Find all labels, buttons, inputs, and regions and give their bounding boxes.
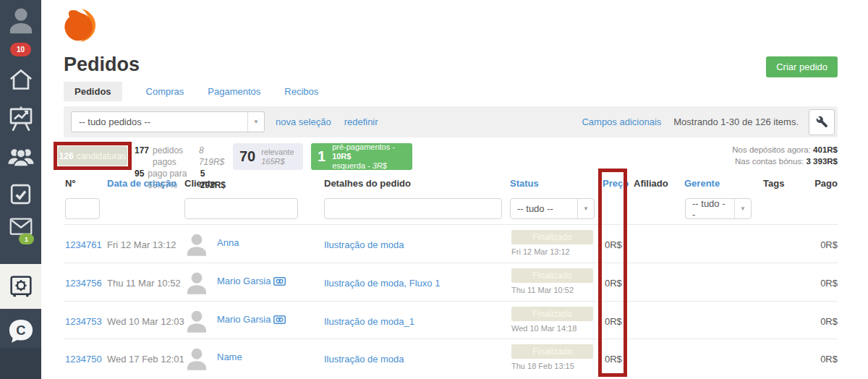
safe-vault-icon — [0, 272, 41, 301]
client-avatar — [183, 269, 210, 297]
client-name-link[interactable]: Name — [217, 352, 242, 362]
order-paid: 0R$ — [820, 278, 838, 289]
page-title: Pedidos — [64, 54, 140, 76]
filter-client-input[interactable] — [184, 198, 298, 219]
users-group-icon[interactable] — [0, 142, 41, 172]
order-price: 0R$ — [605, 278, 622, 289]
table-row: 1234756 Thu 11 Mar 10:52 Mario Garsia Il… — [64, 263, 838, 301]
client-avatar — [183, 231, 210, 258]
preset-filter-select[interactable]: -- tudo pedidos -- ▼ — [71, 111, 265, 132]
prepayments-count: 1 — [318, 148, 326, 165]
tab-pedidos[interactable]: Pedidos — [64, 82, 122, 101]
col-header-affiliate: Afiliado — [634, 178, 668, 189]
create-order-button[interactable]: Criar pedido — [766, 56, 838, 77]
notifications-badge[interactable]: 10 — [10, 43, 31, 56]
filter-details-input[interactable] — [324, 198, 502, 219]
client-avatar — [183, 345, 210, 372]
home-icon[interactable] — [0, 65, 41, 94]
deposits-label: Nos depósitos agora: — [732, 145, 813, 154]
tab-bar: Pedidos Compras Pagamentos Recibos — [64, 82, 318, 101]
col-header-status[interactable]: Status — [510, 178, 539, 189]
filter-status-select[interactable]: -- tudo -- ▼ — [510, 198, 595, 219]
order-paid: 0R$ — [820, 239, 838, 250]
prepayments-line1-label: pré-pagamentos - — [332, 142, 395, 151]
showing-items-count: Mostrando 1-30 de 126 items. — [673, 116, 799, 127]
status-date: Fri 12 Mar 13:12 — [511, 247, 570, 256]
coins-icon — [273, 277, 286, 286]
sidebar: 10 — [0, 0, 41, 379]
analytics-easel-icon[interactable] — [0, 103, 41, 134]
order-details-link[interactable]: Ilustração de moda — [324, 239, 404, 250]
col-header-tags: Tags — [763, 178, 784, 189]
applications-count-badge: 126 candidaturas — [58, 146, 127, 166]
status-date: Wed 10 Mar 14:18 — [511, 324, 576, 333]
relevant-stat: 70 relevante 165R$ — [233, 143, 303, 170]
order-number-link[interactable]: 1234753 — [65, 316, 102, 327]
client-name-link[interactable]: Mario Garsia — [217, 314, 271, 325]
user-avatar-icon[interactable] — [0, 4, 41, 36]
order-paid: 0R$ — [820, 316, 838, 327]
order-created-date: Wed 17 Feb 12:01 — [107, 354, 184, 365]
client-avatar — [183, 307, 210, 335]
table-row: 1234761 Fri 12 Mar 13:12 Anna Ilustração… — [64, 224, 838, 263]
col-header-details: Detalhes do pedido — [324, 178, 411, 189]
filter-manager-select[interactable]: -- tudo -- ▼ — [685, 198, 752, 219]
fox-logo[interactable] — [62, 7, 100, 45]
filter-number-input[interactable] — [65, 198, 100, 219]
chevron-down-icon: ▼ — [247, 112, 264, 132]
prepayments-line1-value: 10R$ — [332, 152, 351, 161]
bonus-label: Nas contas bónus: — [735, 157, 806, 166]
applications-label: candidaturas — [77, 151, 127, 161]
preset-filter-value: -- tudo pedidos -- — [72, 112, 247, 132]
tab-pagamentos[interactable]: Pagamentos — [208, 86, 260, 97]
balance-stat: Nos depósitos agora: 401R$ Nas contas bó… — [732, 144, 838, 167]
order-created-date: Wed 10 Mar 12:03 — [107, 316, 184, 327]
prepayments-line2-value: 3R$ — [373, 161, 387, 170]
relevant-count: 70 — [239, 148, 255, 165]
filter-bar: -- tudo pedidos -- ▼ nova seleção redefi… — [64, 106, 838, 137]
filter-status-value: -- tudo -- — [511, 199, 577, 218]
col-header-created[interactable]: Data de criação — [107, 178, 176, 189]
sidebar-item-finance-active[interactable] — [0, 264, 41, 309]
status-date: Thu 11 Mar 10:52 — [511, 286, 574, 294]
additional-fields-link[interactable]: Campos adicionais — [582, 116, 661, 127]
messages-badge[interactable]: 1 — [19, 234, 34, 244]
prepayments-stat: 1 pré-pagamentos - 10R$ esquerda - 3R$ — [311, 143, 412, 170]
new-selection-link[interactable]: nova seleção — [276, 116, 331, 127]
deposits-value: 401R$ — [813, 145, 838, 154]
orders-page: 10 — [0, 0, 868, 379]
chevron-down-icon: ▼ — [577, 199, 594, 218]
col-header-price[interactable]: Preço — [603, 178, 629, 189]
client-name-link[interactable]: Mario Garsia — [217, 276, 271, 286]
col-header-client: Cliente — [184, 178, 216, 189]
tab-recibos[interactable]: Recibos — [284, 86, 318, 97]
chat-icon[interactable]: C — [0, 316, 41, 346]
order-details-link[interactable]: Ilustração de moda, Fluxo 1 — [324, 278, 440, 289]
wrench-icon — [816, 116, 828, 128]
client-name-link[interactable]: Anna — [217, 237, 239, 248]
settings-wrench-button[interactable] — [809, 109, 835, 135]
sidebar-bottom-strip — [0, 348, 41, 379]
order-created-date: Thu 11 Mar 10:52 — [107, 278, 181, 289]
order-number-link[interactable]: 1234750 — [65, 354, 102, 365]
col-header-number: Nº — [65, 178, 75, 189]
relevant-amount: 165R$ — [261, 157, 294, 166]
order-details-link[interactable]: Ilustração de moda_1 — [324, 316, 414, 327]
status-badge: Finalizado — [511, 307, 593, 321]
col-header-manager[interactable]: Gerente — [684, 178, 720, 189]
paid-label: pedidos pagos — [153, 145, 199, 168]
order-price: 0R$ — [605, 354, 622, 365]
col-header-paid: Pago — [814, 178, 838, 189]
tab-compras[interactable]: Compras — [146, 86, 184, 97]
chevron-down-icon: ▼ — [734, 199, 751, 218]
order-number-link[interactable]: 1234756 — [65, 278, 102, 289]
order-details-link[interactable]: Ilustração de moda — [324, 354, 404, 365]
table-row: 1234750 Wed 17 Feb 12:01 Name Ilustração… — [64, 338, 838, 379]
tasks-checkbox-icon[interactable] — [0, 181, 41, 208]
order-number-link[interactable]: 1234761 — [65, 239, 102, 250]
filter-manager-value: -- tudo -- — [686, 199, 734, 218]
chat-letter: C — [16, 323, 25, 338]
relevant-label: relevante — [261, 148, 294, 157]
order-price: 0R$ — [605, 316, 622, 327]
reset-link[interactable]: redefinir — [344, 116, 378, 127]
